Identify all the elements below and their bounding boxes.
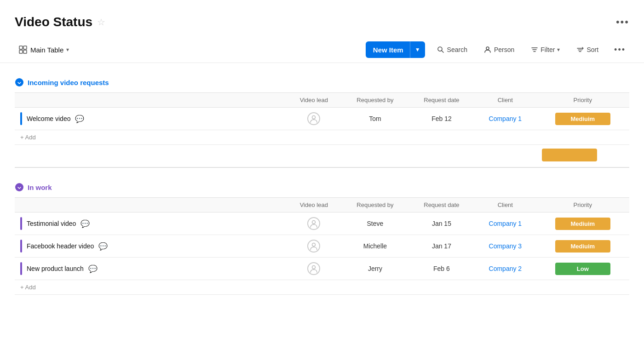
item-name-cell: New product launch 💬 <box>15 258 286 280</box>
filter-chevron[interactable]: ▾ <box>557 46 560 53</box>
col-header-client-0: Client <box>474 93 536 108</box>
person-button[interactable]: Person <box>479 43 519 56</box>
requested-by-cell: Tom <box>341 108 409 130</box>
filter-label: Filter <box>540 46 555 53</box>
person-icon <box>484 46 491 53</box>
svg-point-10 <box>312 221 316 224</box>
add-label[interactable]: + Add <box>15 280 629 295</box>
sort-icon <box>576 46 584 53</box>
svg-point-6 <box>486 47 489 50</box>
video-lead-cell <box>286 212 341 235</box>
main-table-chevron[interactable]: ▾ <box>66 46 69 53</box>
search-label: Search <box>447 46 467 53</box>
toolbar: Main Table ▾ New Item ▼ Search Person Fi… <box>0 37 644 63</box>
group-incoming: Incoming video requests Video lead Reque… <box>15 74 629 168</box>
client-link[interactable]: Company 3 <box>489 242 522 250</box>
svg-point-12 <box>312 266 316 269</box>
svg-line-5 <box>442 51 443 52</box>
client-cell: Company 2 <box>474 258 536 280</box>
group-bar-blue <box>20 112 22 125</box>
video-lead-cell <box>286 258 341 280</box>
col-header-priority-0: Priority <box>536 93 629 108</box>
item-name: Welcome video <box>27 115 70 122</box>
group-toggle-icon-inwork <box>15 183 24 192</box>
svg-rect-3 <box>23 50 27 53</box>
request-date-cell: Feb 6 <box>409 258 474 280</box>
new-item-label: New Item <box>366 41 410 58</box>
toolbar-more-icon[interactable]: ••• <box>610 43 629 57</box>
table-header-inwork: Video lead Requested by Request date Cli… <box>15 198 629 212</box>
summary-empty <box>15 145 536 168</box>
client-cell: Company 1 <box>474 212 536 235</box>
client-link[interactable]: Company 1 <box>489 220 522 227</box>
group-title-incoming: Incoming video requests <box>28 79 109 86</box>
item-name: Testimonial video <box>27 220 76 227</box>
table-grid-icon <box>18 45 28 54</box>
priority-cell: Mediuim <box>536 212 629 235</box>
sort-button[interactable]: Sort <box>572 43 603 56</box>
page-title: Video Status <box>15 15 92 29</box>
new-item-caret[interactable]: ▼ <box>410 41 425 58</box>
group-header-incoming[interactable]: Incoming video requests <box>15 74 629 91</box>
add-row-incoming[interactable]: + Add <box>15 130 629 145</box>
table-row: New product launch 💬 Jerry Fe <box>15 258 629 280</box>
col-header-video-lead-0: Video lead <box>286 93 341 108</box>
col-header-request-date-1: Request date <box>409 198 474 212</box>
col-header-requested-by-1: Requested by <box>341 198 409 212</box>
main-table-button[interactable]: Main Table ▾ <box>15 42 73 57</box>
svg-rect-0 <box>19 46 23 49</box>
sort-label: Sort <box>586 46 598 53</box>
client-link[interactable]: Company 2 <box>489 265 522 272</box>
item-name: Facebook header video <box>27 242 94 250</box>
filter-button[interactable]: Filter ▾ <box>526 43 564 56</box>
col-header-priority-1: Priority <box>536 198 629 212</box>
search-button[interactable]: Search <box>432 43 472 56</box>
summary-priority <box>536 145 629 168</box>
svg-rect-1 <box>23 46 27 49</box>
new-item-button[interactable]: New Item ▼ <box>366 41 425 58</box>
request-date-cell: Feb 12 <box>409 108 474 130</box>
search-icon <box>437 46 444 53</box>
add-row-inwork[interactable]: + Add <box>15 280 629 295</box>
col-header-item-name-2 <box>15 198 286 212</box>
add-label[interactable]: + Add <box>15 130 629 145</box>
col-header-requested-by-0: Requested by <box>341 93 409 108</box>
col-header-client-1: Client <box>474 198 536 212</box>
priority-badge: Mediuim <box>555 113 610 125</box>
group-bar-purple <box>20 262 22 275</box>
group-inwork: In work Video lead Requested by Request … <box>15 179 629 295</box>
content: Incoming video requests Video lead Reque… <box>0 74 644 295</box>
client-cell: Company 1 <box>474 108 536 130</box>
request-date-cell: Jan 15 <box>409 212 474 235</box>
summary-orange-bar <box>542 149 597 161</box>
table-row: Welcome video 💬 Tom Feb 12 <box>15 108 629 130</box>
priority-badge: Mediuim <box>555 240 610 253</box>
comment-icon[interactable]: 💬 <box>80 219 90 228</box>
priority-cell: Mediuim <box>536 108 629 130</box>
page-more-icon[interactable]: ••• <box>616 16 629 28</box>
filter-icon <box>531 46 538 53</box>
comment-icon[interactable]: 💬 <box>75 115 84 123</box>
main-table-label: Main Table <box>30 46 63 54</box>
table-row: Testimonial video 💬 Steve Jan <box>15 212 629 235</box>
item-name: New product launch <box>27 265 84 272</box>
summary-row-incoming <box>15 145 629 168</box>
group-toggle-icon-incoming <box>15 78 24 87</box>
requested-by-cell: Jerry <box>341 258 409 280</box>
comment-icon[interactable]: 💬 <box>88 264 98 273</box>
star-icon[interactable]: ☆ <box>97 17 105 28</box>
group-bar-purple <box>20 240 22 253</box>
video-lead-cell <box>286 108 341 130</box>
comment-icon[interactable]: 💬 <box>98 242 108 251</box>
group-bar-purple <box>20 217 22 230</box>
group-header-inwork[interactable]: In work <box>15 179 629 195</box>
svg-rect-2 <box>19 50 23 53</box>
page-header: Video Status ☆ ••• <box>0 0 644 37</box>
group-title-inwork: In work <box>28 184 52 191</box>
table-incoming: Video lead Requested by Request date Cli… <box>15 92 629 168</box>
item-name-cell: Welcome video 💬 <box>15 108 286 130</box>
table-inwork: Video lead Requested by Request date Cli… <box>15 197 629 295</box>
client-link[interactable]: Company 1 <box>489 115 522 122</box>
priority-badge: Mediuim <box>555 218 610 230</box>
requested-by-cell: Michelle <box>341 235 409 258</box>
